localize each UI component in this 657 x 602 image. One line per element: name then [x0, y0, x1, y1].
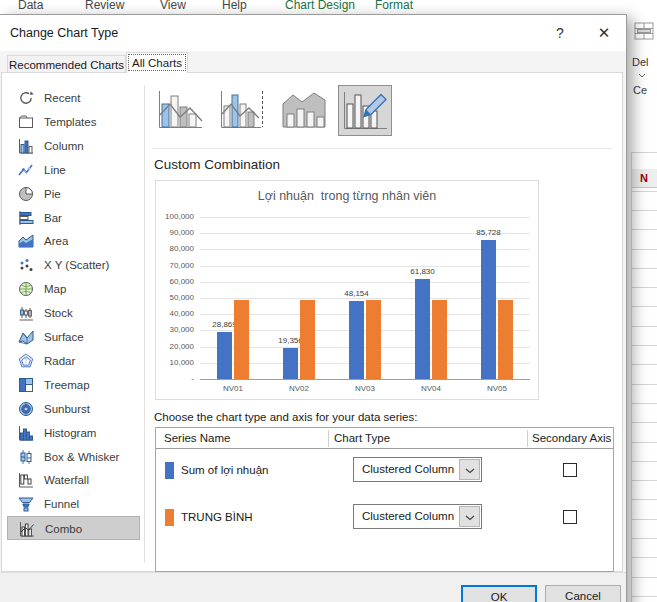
gridline — [200, 379, 530, 380]
chevron-down-icon[interactable] — [459, 459, 480, 480]
series-color-swatch — [165, 462, 174, 479]
line-chart-icon — [18, 162, 34, 178]
chevron-down-icon[interactable] — [638, 68, 646, 80]
sidebar-item-combo[interactable]: Combo — [7, 516, 140, 540]
grid-row-line — [631, 229, 657, 230]
sidebar-item-label: Waterfall — [44, 468, 89, 492]
sidebar-item-label: X Y (Scatter) — [44, 253, 109, 277]
table-header-series-name: Series Name — [164, 428, 230, 448]
series-bar-orange — [498, 300, 513, 379]
grid-row-line — [631, 480, 657, 481]
grid-row-line — [631, 249, 657, 250]
sidebar-item-x-y-scatter[interactable]: X Y (Scatter) — [7, 253, 140, 277]
grid-row-line — [631, 191, 657, 192]
cancel-button[interactable]: Cancel — [545, 585, 621, 602]
y-axis-tick-label: 50,000 — [156, 293, 194, 302]
sidebar-item-line[interactable]: Line — [7, 158, 140, 182]
treemap-chart-icon — [18, 377, 34, 393]
combo-variant-clustered-column-line[interactable] — [154, 85, 208, 136]
grid-row-line — [631, 519, 657, 520]
grid-row-line — [631, 577, 657, 578]
templates-icon — [18, 114, 34, 130]
sidebar-item-recent[interactable]: Recent — [7, 86, 140, 110]
sidebar-item-label: Treemap — [44, 373, 90, 397]
sidebar-item-treemap[interactable]: Treemap — [7, 373, 140, 397]
header-separator — [328, 430, 329, 447]
chart-title: Lợi nhuận trong từng nhân viên — [156, 189, 538, 203]
section-title: Custom Combination — [154, 157, 280, 172]
series-bar-blue — [481, 240, 496, 379]
grid-row-line — [631, 152, 657, 153]
y-axis-tick-label: 40,000 — [156, 309, 194, 318]
chart-type-dropdown[interactable]: Clustered Column — [353, 504, 482, 529]
series-bar-orange — [234, 300, 249, 379]
chart-type-dropdown-value: Clustered Column — [362, 458, 454, 481]
combo-chart-icon — [19, 521, 35, 537]
dialog-titlebar: Change Chart Type ? ✕ — [0, 15, 626, 51]
bar-data-label: 61,830 — [410, 267, 434, 276]
chart-type-dropdown[interactable]: Clustered Column — [353, 457, 482, 482]
combo-variant-custom-combination[interactable] — [338, 85, 392, 136]
ribbon-tab-view[interactable]: View — [160, 0, 186, 13]
sidebar-item-map[interactable]: Map — [7, 277, 140, 301]
ribbon-tab-chart-design[interactable]: Chart Design — [285, 0, 355, 13]
delete-button-label[interactable]: Del — [632, 56, 649, 68]
sidebar-item-funnel[interactable]: Funnel — [7, 492, 140, 516]
sidebar-item-label: Box & Whisker — [44, 445, 119, 469]
grid-row-line — [631, 268, 657, 269]
histogram-chart-icon — [18, 425, 34, 441]
sidebar-item-pie[interactable]: Pie — [7, 182, 140, 206]
sidebar-item-label: Funnel — [44, 492, 79, 516]
sidebar-item-waterfall[interactable]: Waterfall — [7, 468, 140, 492]
sidebar-item-column[interactable]: Column — [7, 134, 140, 158]
sidebar-item-label: Pie — [44, 182, 61, 206]
column-chart-icon — [18, 138, 34, 154]
secondary-axis-checkbox[interactable] — [563, 463, 577, 477]
table-header-chart-type: Chart Type — [334, 428, 390, 448]
ribbon-tab-review[interactable]: Review — [85, 0, 124, 13]
sidebar-item-box-whisker[interactable]: Box & Whisker — [7, 445, 140, 469]
grid-row-line — [631, 306, 657, 307]
y-axis-tick-label: 70,000 — [156, 261, 194, 270]
sidebar-item-area[interactable]: Area — [7, 229, 140, 253]
sidebar-item-histogram[interactable]: Histogram — [7, 421, 140, 445]
combo-variant-clustered-column-line-secondary-axis[interactable] — [216, 85, 270, 136]
sidebar-item-label: Recent — [44, 86, 80, 110]
grid-row-line — [631, 596, 657, 597]
ribbon-tab-data[interactable]: Data — [18, 0, 43, 13]
ok-button[interactable]: OK — [461, 585, 537, 602]
grid-row-line — [631, 384, 657, 385]
sidebar-item-label: Stock — [44, 301, 73, 325]
sidebar-item-sunburst[interactable]: Sunburst — [7, 397, 140, 421]
grid-row-line — [631, 210, 657, 211]
excel-ribbon-right: Del Ce — [626, 14, 657, 152]
series-row: TRUNG BÌNHClustered Column — [156, 503, 613, 531]
bar-group: 19,356NV02 — [266, 217, 332, 379]
bar-data-label: 85,728 — [476, 228, 500, 237]
help-icon[interactable]: ? — [544, 21, 576, 45]
cells-group-label: Ce — [633, 84, 647, 96]
secondary-axis-checkbox[interactable] — [563, 510, 577, 524]
x-axis-category-label: NV01 — [200, 384, 266, 393]
dialog-title: Change Chart Type — [10, 26, 118, 40]
sidebar-item-stock[interactable]: Stock — [7, 301, 140, 325]
sunburst-chart-icon — [18, 401, 34, 417]
ribbon-tab-format[interactable]: Format — [375, 0, 413, 13]
tab-all-charts[interactable]: All Charts — [126, 52, 188, 73]
close-icon[interactable]: ✕ — [587, 20, 621, 46]
tab-recommended-charts[interactable]: Recommended Charts — [7, 55, 126, 73]
sidebar-item-radar[interactable]: Radar — [7, 349, 140, 373]
sidebar-item-label: Surface — [44, 325, 84, 349]
grid-row-line — [631, 287, 657, 288]
excel-ribbon-tabs-strip: DataReviewViewHelpChart DesignFormat — [0, 0, 657, 14]
grid-column-line — [631, 152, 632, 602]
radar-chart-icon — [18, 353, 34, 369]
sidebar-item-bar[interactable]: Bar — [7, 206, 140, 230]
sidebar-item-templates[interactable]: Templates — [7, 110, 140, 134]
y-axis-tick-label: 60,000 — [156, 277, 194, 286]
combo-variant-stacked-area-clustered-column[interactable] — [278, 85, 332, 136]
y-axis-tick-label: - — [156, 374, 194, 383]
ribbon-tab-help[interactable]: Help — [222, 0, 247, 13]
chevron-down-icon[interactable] — [459, 506, 480, 527]
sidebar-item-surface[interactable]: Surface — [7, 325, 140, 349]
